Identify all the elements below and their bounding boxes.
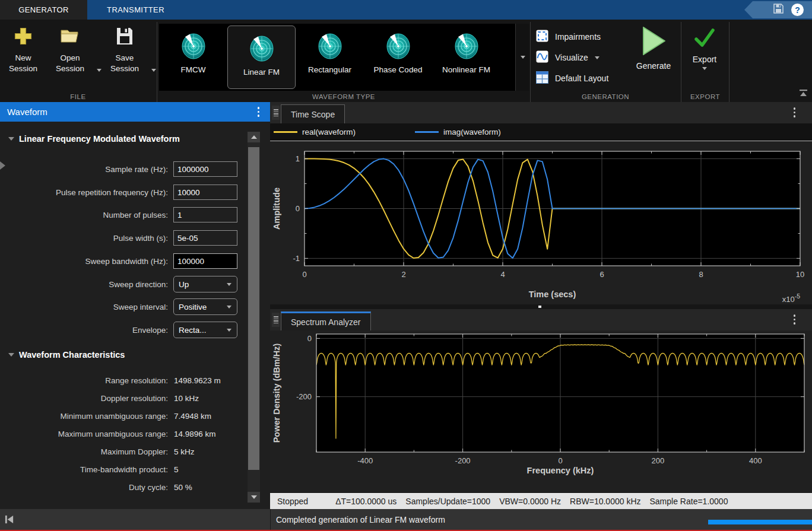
svg-text:1: 1 bbox=[296, 154, 300, 163]
svg-text:0: 0 bbox=[296, 204, 300, 213]
drag-grip-icon[interactable] bbox=[272, 313, 280, 327]
field-dropdown[interactable]: Up bbox=[173, 276, 237, 292]
field-input[interactable]: 1000000 bbox=[173, 161, 237, 177]
toolstrip-tabbar: GENERATOR TRANSMITTER ? bbox=[0, 0, 812, 20]
svg-text:-1: -1 bbox=[293, 254, 300, 263]
legend-swatch bbox=[415, 131, 439, 133]
scrollbar-thumb[interactable] bbox=[248, 147, 259, 470]
time-scope-menu-icon[interactable] bbox=[794, 107, 807, 117]
save-session-label: Save Session bbox=[101, 53, 148, 74]
gallery-item-label: Nonlinear FM bbox=[442, 65, 490, 75]
svg-text:Power Density (dBm/Hz): Power Density (dBm/Hz) bbox=[272, 344, 281, 443]
new-session-button[interactable]: New Session bbox=[4, 26, 43, 74]
svg-text:-200: -200 bbox=[296, 392, 312, 401]
field-label: Number of pulses: bbox=[0, 206, 168, 223]
waveform-panel-header: Waveform bbox=[0, 102, 270, 122]
characteristic-label: Duty cycle: bbox=[0, 483, 168, 492]
generate-button[interactable]: Generate bbox=[628, 26, 679, 71]
field-dropdown[interactable]: Positive bbox=[173, 298, 237, 315]
legend-item: imag(waveform) bbox=[415, 128, 501, 136]
gallery-item-fmcw[interactable]: FMCW bbox=[159, 24, 227, 91]
characteristic-value: 10 kHz bbox=[174, 394, 199, 403]
panel-scrollbar[interactable] bbox=[248, 132, 260, 503]
field-input[interactable]: 5e-05 bbox=[173, 230, 237, 246]
field-label: Sweep direction: bbox=[0, 276, 168, 292]
impairments-button[interactable]: Impairments bbox=[536, 29, 637, 44]
metric: Samples/Update=1000 bbox=[405, 497, 490, 506]
field-row: Sweep direction:Up bbox=[0, 276, 247, 292]
scopes-area: Time Scope real(waveform) imag(waveform)… bbox=[270, 102, 812, 509]
scope-splitter[interactable] bbox=[270, 304, 812, 309]
time-scope-tabbar: Time Scope bbox=[270, 102, 812, 123]
collapse-ribbon-button[interactable] bbox=[798, 89, 809, 98]
play-icon bbox=[640, 26, 667, 59]
tab-spectrum-analyzer[interactable]: Spectrum Analyzer bbox=[281, 311, 371, 330]
collapse-statusbar-icon[interactable] bbox=[4, 514, 14, 527]
metric: ΔT=100.0000 us bbox=[335, 497, 397, 506]
visualize-button[interactable]: Visualize bbox=[536, 50, 637, 65]
export-button[interactable]: Export bbox=[683, 27, 727, 70]
tab-transmitter[interactable]: TRANSMITTER bbox=[87, 0, 184, 20]
radar-icon bbox=[316, 31, 344, 62]
section-waveform-characteristics[interactable]: Waveform Characteristics bbox=[8, 350, 125, 360]
svg-text:2: 2 bbox=[401, 270, 405, 279]
tab-generator[interactable]: GENERATOR bbox=[0, 0, 87, 20]
chevron-down-icon bbox=[702, 67, 707, 70]
characteristic-label: Maximum Doppler: bbox=[0, 447, 168, 456]
export-label: Export bbox=[693, 55, 716, 64]
help-icon[interactable]: ? bbox=[791, 4, 804, 16]
divider bbox=[270, 509, 271, 530]
svg-text:Amplitude: Amplitude bbox=[272, 187, 281, 230]
default-layout-button[interactable]: Default Layout bbox=[536, 71, 637, 86]
section-title: Linear Frequency Modulated Waveform bbox=[19, 134, 180, 144]
svg-text:0: 0 bbox=[302, 270, 306, 279]
field-dropdown[interactable]: Recta... bbox=[173, 322, 237, 338]
panel-collapse-handle[interactable] bbox=[0, 161, 5, 170]
gallery-item-nonlinear-fm[interactable]: Nonlinear FM bbox=[432, 24, 500, 91]
gallery-item-label: Linear FM bbox=[243, 67, 280, 78]
scroll-up-button[interactable] bbox=[248, 132, 260, 142]
time-scope-plot[interactable]: 0246810-101Time (secs)Amplitudex10-5 bbox=[270, 142, 812, 304]
save-icon[interactable] bbox=[773, 3, 784, 17]
svg-text:8: 8 bbox=[699, 270, 703, 279]
waveform-panel: Waveform Linear Frequency Modulated Wave… bbox=[0, 102, 270, 509]
chevron-down-icon bbox=[227, 306, 231, 309]
spectrum-metrics: ΔT=100.0000 usSamples/Update=1000VBW=0.0… bbox=[335, 497, 737, 506]
spectrum-menu-icon[interactable] bbox=[794, 314, 807, 325]
svg-text:0: 0 bbox=[558, 456, 562, 465]
gallery-item-phase-coded[interactable]: Phase Coded bbox=[364, 24, 432, 91]
panel-menu-icon[interactable] bbox=[258, 107, 260, 117]
chevron-down-icon bbox=[521, 56, 525, 59]
scroll-down-button[interactable] bbox=[248, 492, 260, 503]
floppy-icon bbox=[115, 26, 135, 49]
save-session-button[interactable]: Save Session bbox=[101, 26, 148, 74]
legend-label: imag(waveform) bbox=[443, 128, 501, 136]
app-status-bar: Completed generation of Linear FM wavefo… bbox=[0, 509, 812, 530]
gallery-item-linear-fm[interactable]: Linear FM bbox=[227, 26, 296, 89]
field-input[interactable]: 10000 bbox=[173, 185, 237, 200]
section-lfm-waveform[interactable]: Linear Frequency Modulated Waveform bbox=[8, 134, 180, 144]
characteristic-value: 50 % bbox=[174, 483, 192, 492]
open-session-button[interactable]: Open Session bbox=[46, 26, 94, 74]
spectrum-plot[interactable]: -400-20002004000-200Frequency (kHz)Power… bbox=[270, 330, 812, 477]
gallery-item-rectangular[interactable]: Rectangular bbox=[296, 24, 364, 91]
open-session-label: Open Session bbox=[46, 53, 94, 74]
field-input[interactable]: 100000 bbox=[173, 253, 237, 269]
chevron-down-icon bbox=[227, 283, 231, 286]
legend-item: real(waveform) bbox=[274, 128, 356, 136]
impairments-label: Impairments bbox=[555, 32, 601, 42]
tab-time-scope[interactable]: Time Scope bbox=[281, 104, 345, 123]
characteristic-row: Minimum unambiguous range: 7.4948 km bbox=[0, 412, 247, 425]
waveform-type-group-label: WAVEFORM TYPE bbox=[158, 93, 529, 100]
characteristic-row: Maximum Doppler: 5 kHz bbox=[0, 447, 247, 460]
field-input[interactable]: 1 bbox=[173, 207, 237, 222]
waveform-type-gallery: FMCW Linear FM Rectangular bbox=[159, 24, 515, 91]
field-label: Pulse width (s): bbox=[0, 230, 168, 246]
radar-icon bbox=[453, 31, 480, 62]
field-label: Sweep interval: bbox=[0, 298, 168, 315]
chevron-down-icon bbox=[8, 353, 14, 357]
drag-grip-icon[interactable] bbox=[272, 106, 280, 120]
gallery-item-label: Phase Coded bbox=[374, 65, 423, 75]
gallery-dropdown-button[interactable] bbox=[515, 24, 529, 91]
splitter-handle[interactable] bbox=[538, 306, 541, 308]
